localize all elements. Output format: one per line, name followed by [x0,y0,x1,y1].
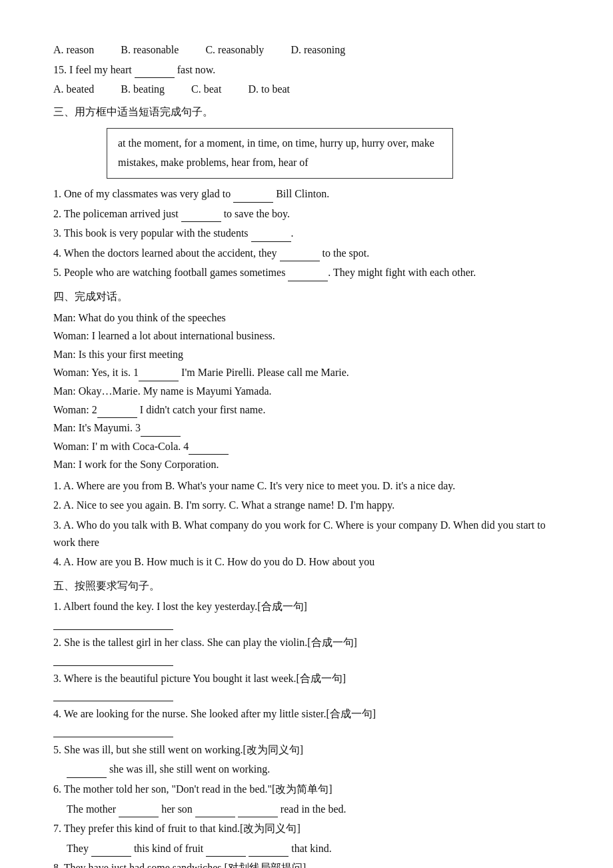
blank-5-1 [53,618,173,630]
blank-3-5 [288,269,328,281]
dialogue-line-9: Man: I work for the Sony Corporation. [53,456,560,473]
dialogue-choice-3: 3. A. Who do you talk with B. What compa… [53,517,560,551]
dialogue-choice-4: 4. A. How are you B. How much is it C. H… [53,553,560,571]
dialogue-choice-1: 1. A. Where are you from B. What's your … [53,477,560,495]
dialogue-line-2: Woman: I learned a lot about internation… [53,327,560,345]
q14-option-a: A. reason [53,41,94,59]
blank-5-6b [195,805,235,817]
section3-item1: 1. One of my classmates was very glad to… [53,185,560,203]
blank-5-7b [206,845,246,857]
q15-options: A. beated B. beating C. beat D. to beat [53,81,560,98]
q14-option-d: D. reasoning [291,41,345,59]
section4-title: 四、完成对话。 [53,288,560,305]
blank-3-4 [280,249,320,261]
section5-item6: 6. The mother told her son, "Don't read … [53,781,560,798]
section5-item5-sub: she was ill, she still went on working. [67,761,560,778]
section5-item8: 8. They have just had some sandwiches.[对… [53,859,560,868]
blank-5-2 [53,654,173,666]
section3-box: at the moment, for a moment, in time, on… [107,128,453,179]
section3-item4: 4. When the doctors learned about the ac… [53,245,560,262]
section5-title: 五、按照要求写句子。 [53,577,560,595]
section5-item5: 5. She was ill, but she still went on wo… [53,741,560,759]
blank-d-2 [97,406,137,418]
section5-item7: 7. They prefer this kind of fruit to tha… [53,820,560,837]
dialogue-choice-2: 2. A. Nice to see you again. B. I'm sorr… [53,497,560,514]
section5-item7-sub: They this kind of fruit that kind. [67,840,560,857]
q15-option-c: C. beat [191,81,221,98]
dialogue-line-6: Woman: 2 I didn't catch your first name. [53,401,560,419]
section5-item2: 2. She is the tallest girl in her class.… [53,634,560,651]
q15-blank [135,66,175,78]
section3-item3: 3. This book is very popular with the st… [53,225,560,242]
section3-title: 三、用方框中适当短语完成句子。 [53,103,560,121]
section5-item3: 3. Where is the beautiful picture You bo… [53,670,560,687]
dialogue-line-8: Woman: I' m with Coca-Cola. 4 [53,438,560,455]
blank-5-5 [67,766,107,778]
section5-item6-sub: The mother her son read in the bed. [67,801,560,818]
dialogue-line-7: Man: It's Mayumi. 3 [53,419,560,437]
blank-5-6c [238,805,278,817]
q15-option-b: B. beating [121,81,165,98]
q15-option-a: A. beated [53,81,94,98]
dialogue-line-5: Man: Okay…Marie. My name is Mayumi Yamad… [53,383,560,400]
q15-stem: 15. I feel my heart fast now. [53,61,560,79]
q14-option-b: B. reasonable [121,41,179,59]
blank-d-1 [139,369,179,381]
section5-item4: 4. We are looking for the nurse. She loo… [53,705,560,723]
section5-item1: 1. Albert found the key. I lost the key … [53,598,560,615]
section3-item2: 2. The policeman arrived just to save th… [53,205,560,223]
blank-3-1 [233,191,273,203]
blank-5-6a [119,805,159,817]
blank-d-3 [141,425,181,437]
dialogue-line-4: Woman: Yes, it is. 1 I'm Marie Pirelli. … [53,364,560,381]
q15-option-d: D. to beat [248,81,290,98]
q14-option-c: C. reasonably [205,41,264,59]
dialogue-line-1: Man: What do you think of the speeches [53,309,560,327]
blank-3-2 [181,210,221,222]
blank-3-3 [251,230,291,242]
blank-5-4 [53,725,173,737]
dialogue-line-3: Man: Is this your first meeting [53,346,560,363]
q14-options: A. reason B. reasonable C. reasonably D.… [53,41,560,59]
blank-5-3 [53,689,173,701]
section3-item5: 5. People who are watching football game… [53,264,560,281]
blank-5-7a [91,845,131,857]
blank-d-4 [189,443,229,455]
blank-5-7c [249,845,289,857]
